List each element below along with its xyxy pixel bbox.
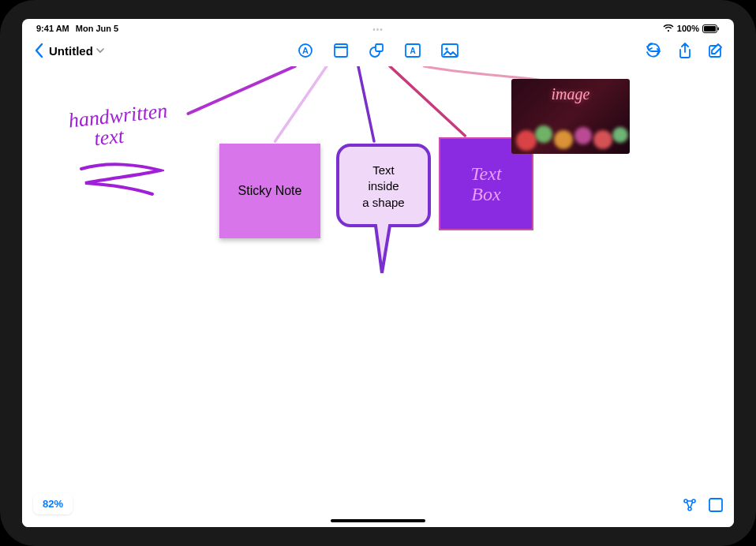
chevron-down-icon	[96, 47, 104, 55]
media-tool-button[interactable]	[441, 43, 458, 58]
freeform-canvas[interactable]: handwritten text Sticky Note Text inside	[22, 66, 734, 527]
zoom-value: 82%	[43, 498, 63, 510]
shapes-tool-button[interactable]	[369, 43, 384, 58]
pen-tool-button[interactable]: A	[298, 43, 313, 58]
svg-rect-8	[376, 44, 383, 51]
handwriting-underline-stroke	[77, 161, 164, 200]
status-date: Mon Jun 5	[76, 24, 118, 33]
textbox-line2: Box	[471, 184, 500, 204]
minimap-toggle-button[interactable]	[709, 498, 723, 515]
textbox-line1: Text	[470, 163, 501, 184]
bokeh-dot	[516, 130, 537, 151]
handwritten-text[interactable]: handwritten text	[68, 101, 170, 152]
status-time: 9:41 AM	[36, 24, 69, 33]
home-indicator[interactable]	[331, 519, 425, 522]
text-box-tool-button[interactable]: A	[405, 43, 421, 58]
undo-button[interactable]	[646, 43, 661, 58]
shape-text-line2: inside	[368, 179, 399, 193]
svg-rect-17	[709, 499, 722, 511]
sticky-note[interactable]: Sticky Note	[219, 144, 320, 238]
share-button[interactable]	[679, 43, 691, 58]
sticky-note-text: Sticky Note	[238, 184, 302, 198]
bokeh-dot	[574, 127, 592, 144]
bokeh-dot	[612, 127, 628, 143]
battery-icon	[702, 24, 720, 33]
svg-rect-5	[335, 44, 347, 57]
zoom-level-button[interactable]: 82%	[33, 493, 73, 514]
multitasking-dots-icon[interactable]: •••	[372, 25, 384, 34]
screen: 9:41 AM Mon Jun 5 100% ••• U	[22, 19, 734, 527]
svg-point-12	[445, 47, 448, 50]
handwriting-line2: text	[69, 125, 125, 153]
svg-text:A: A	[302, 46, 309, 55]
collaboration-cursor-button[interactable]	[682, 497, 698, 516]
svg-rect-1	[704, 26, 716, 32]
svg-point-15	[692, 499, 695, 503]
shape-text-line1: Text	[372, 163, 395, 177]
back-button[interactable]	[33, 43, 44, 58]
sticky-note-tool-button[interactable]	[334, 43, 348, 58]
board-title-text: Untitled	[49, 44, 93, 58]
image-caption: image	[511, 85, 630, 103]
board-title-dropdown[interactable]: Untitled	[49, 44, 104, 58]
speech-bubble-shape[interactable]: Text inside a shape	[335, 142, 432, 287]
top-toolbar: ••• Untitled A	[22, 35, 734, 66]
svg-text:A: A	[410, 47, 415, 55]
bokeh-dot	[535, 125, 552, 143]
svg-point-14	[684, 499, 687, 503]
svg-point-16	[688, 507, 691, 510]
bokeh-dot	[593, 130, 612, 149]
bokeh-dot	[554, 130, 573, 149]
ipad-device-frame: 9:41 AM Mon Jun 5 100% ••• U	[0, 0, 756, 546]
compose-button[interactable]	[709, 43, 723, 58]
inserted-image[interactable]: image	[511, 79, 630, 154]
svg-rect-2	[718, 27, 720, 30]
battery-percentage: 100%	[677, 24, 699, 33]
shape-text-line3: a shape	[362, 196, 404, 209]
wifi-icon	[663, 24, 674, 32]
